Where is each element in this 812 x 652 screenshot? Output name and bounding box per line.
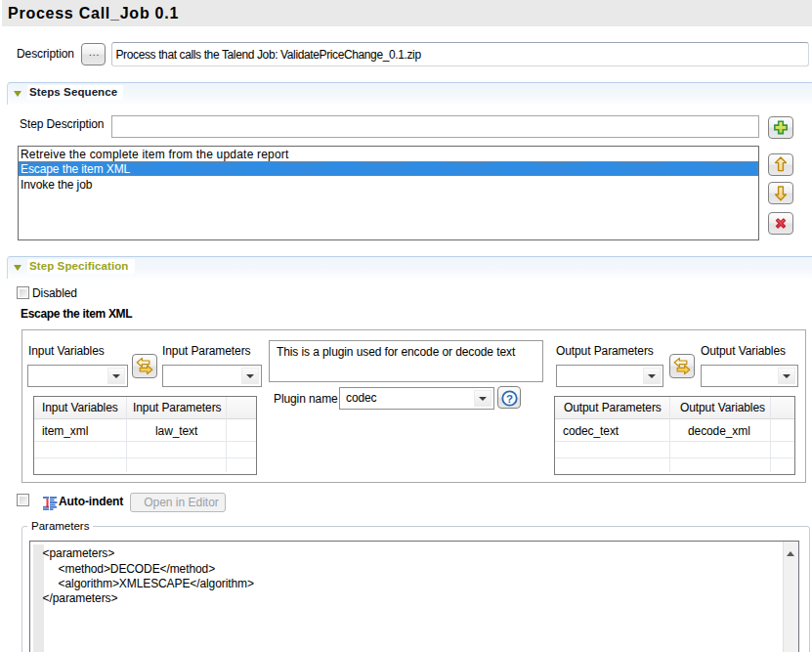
svg-text:?: ? — [506, 393, 513, 405]
